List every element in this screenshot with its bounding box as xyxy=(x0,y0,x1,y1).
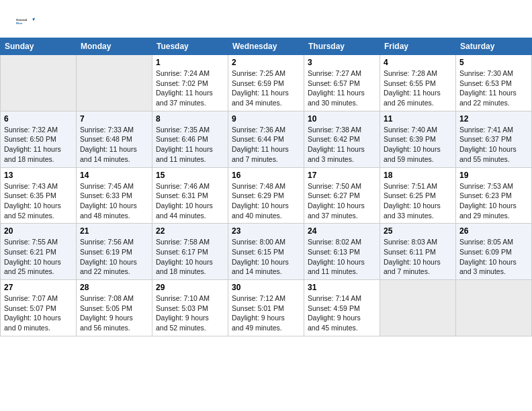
calendar-cell: 29Sunrise: 7:10 AMSunset: 5:03 PMDayligh… xyxy=(152,280,228,336)
day-number: 12 xyxy=(459,114,528,124)
weekday-header-thursday: Thursday xyxy=(304,38,380,55)
day-info: Sunrise: 8:00 AMSunset: 6:15 PMDaylight:… xyxy=(232,237,300,277)
weekday-header-tuesday: Tuesday xyxy=(152,38,228,55)
week-row-5: 27Sunrise: 7:07 AMSunset: 5:07 PMDayligh… xyxy=(1,280,532,336)
calendar-cell: 3Sunrise: 7:27 AMSunset: 6:57 PMDaylight… xyxy=(304,55,380,111)
calendar-cell: 18Sunrise: 7:51 AMSunset: 6:25 PMDayligh… xyxy=(380,167,456,224)
day-info: Sunrise: 8:05 AMSunset: 6:09 PMDaylight:… xyxy=(459,237,528,277)
weekday-header-sunday: Sunday xyxy=(1,38,77,55)
day-number: 7 xyxy=(80,114,148,124)
day-info: Sunrise: 7:07 AMSunset: 5:07 PMDaylight:… xyxy=(4,293,73,333)
page-header: General Blue xyxy=(0,0,532,38)
calendar-cell: 23Sunrise: 8:00 AMSunset: 6:15 PMDayligh… xyxy=(228,224,304,280)
day-info: Sunrise: 7:12 AMSunset: 5:01 PMDaylight:… xyxy=(232,293,300,333)
calendar-cell xyxy=(456,280,532,336)
weekday-header-wednesday: Wednesday xyxy=(228,38,304,55)
day-number: 23 xyxy=(232,226,300,236)
calendar-cell: 13Sunrise: 7:43 AMSunset: 6:35 PMDayligh… xyxy=(1,167,77,224)
day-number: 30 xyxy=(232,283,300,292)
calendar-cell: 27Sunrise: 7:07 AMSunset: 5:07 PMDayligh… xyxy=(1,280,77,336)
day-info: Sunrise: 7:56 AMSunset: 6:19 PMDaylight:… xyxy=(80,237,148,277)
day-number: 17 xyxy=(308,171,376,180)
calendar-cell xyxy=(380,280,456,336)
day-number: 24 xyxy=(308,226,376,236)
day-number: 2 xyxy=(232,58,300,67)
day-number: 18 xyxy=(384,171,452,180)
day-number: 9 xyxy=(232,114,300,124)
day-info: Sunrise: 7:41 AMSunset: 6:37 PMDaylight:… xyxy=(459,125,528,165)
calendar-cell: 12Sunrise: 7:41 AMSunset: 6:37 PMDayligh… xyxy=(456,111,532,167)
day-info: Sunrise: 7:14 AMSunset: 4:59 PMDaylight:… xyxy=(308,293,376,333)
calendar-cell: 8Sunrise: 7:35 AMSunset: 6:46 PMDaylight… xyxy=(152,111,228,167)
day-number: 8 xyxy=(156,114,224,124)
day-number: 16 xyxy=(232,171,300,180)
logo-icon: General Blue xyxy=(16,12,35,31)
day-number: 15 xyxy=(156,171,224,180)
day-number: 5 xyxy=(459,58,528,67)
day-number: 10 xyxy=(308,114,376,124)
day-info: Sunrise: 7:43 AMSunset: 6:35 PMDaylight:… xyxy=(4,181,73,221)
calendar-cell: 1Sunrise: 7:24 AMSunset: 7:02 PMDaylight… xyxy=(152,55,228,111)
day-info: Sunrise: 7:28 AMSunset: 6:55 PMDaylight:… xyxy=(384,68,452,108)
day-number: 19 xyxy=(459,171,528,180)
calendar-cell: 2Sunrise: 7:25 AMSunset: 6:59 PMDaylight… xyxy=(228,55,304,111)
day-info: Sunrise: 7:40 AMSunset: 6:39 PMDaylight:… xyxy=(384,125,452,165)
day-number: 1 xyxy=(156,58,224,67)
logo: General Blue xyxy=(16,12,35,31)
week-row-1: 1Sunrise: 7:24 AMSunset: 7:02 PMDaylight… xyxy=(1,55,532,111)
calendar-cell xyxy=(1,55,77,111)
calendar-cell: 31Sunrise: 7:14 AMSunset: 4:59 PMDayligh… xyxy=(304,280,380,336)
weekday-header-friday: Friday xyxy=(380,38,456,55)
day-number: 4 xyxy=(384,58,452,67)
calendar-cell: 30Sunrise: 7:12 AMSunset: 5:01 PMDayligh… xyxy=(228,280,304,336)
day-number: 28 xyxy=(80,283,148,292)
day-info: Sunrise: 8:03 AMSunset: 6:11 PMDaylight:… xyxy=(384,237,452,277)
calendar-cell: 11Sunrise: 7:40 AMSunset: 6:39 PMDayligh… xyxy=(380,111,456,167)
calendar-cell: 4Sunrise: 7:28 AMSunset: 6:55 PMDaylight… xyxy=(380,55,456,111)
calendar-cell: 25Sunrise: 8:03 AMSunset: 6:11 PMDayligh… xyxy=(380,224,456,280)
day-number: 6 xyxy=(4,114,73,124)
day-info: Sunrise: 7:08 AMSunset: 5:05 PMDaylight:… xyxy=(80,293,148,333)
day-number: 14 xyxy=(80,171,148,180)
calendar-cell: 19Sunrise: 7:53 AMSunset: 6:23 PMDayligh… xyxy=(456,167,532,224)
day-info: Sunrise: 7:53 AMSunset: 6:23 PMDaylight:… xyxy=(459,181,528,221)
day-info: Sunrise: 7:32 AMSunset: 6:50 PMDaylight:… xyxy=(4,125,73,165)
weekday-header-row: SundayMondayTuesdayWednesdayThursdayFrid… xyxy=(1,38,532,55)
day-number: 27 xyxy=(4,283,73,292)
day-number: 29 xyxy=(156,283,224,292)
svg-text:General: General xyxy=(16,18,27,21)
day-number: 13 xyxy=(4,171,73,180)
day-number: 20 xyxy=(4,226,73,236)
day-info: Sunrise: 7:38 AMSunset: 6:42 PMDaylight:… xyxy=(308,125,376,165)
day-number: 31 xyxy=(308,283,376,292)
day-info: Sunrise: 7:24 AMSunset: 7:02 PMDaylight:… xyxy=(156,68,224,108)
day-info: Sunrise: 7:46 AMSunset: 6:31 PMDaylight:… xyxy=(156,181,224,221)
day-info: Sunrise: 8:02 AMSunset: 6:13 PMDaylight:… xyxy=(308,237,376,277)
day-number: 25 xyxy=(384,226,452,236)
calendar-cell: 17Sunrise: 7:50 AMSunset: 6:27 PMDayligh… xyxy=(304,167,380,224)
day-info: Sunrise: 7:30 AMSunset: 6:53 PMDaylight:… xyxy=(459,68,528,108)
calendar-cell: 9Sunrise: 7:36 AMSunset: 6:44 PMDaylight… xyxy=(228,111,304,167)
day-number: 3 xyxy=(308,58,376,67)
calendar-cell: 21Sunrise: 7:56 AMSunset: 6:19 PMDayligh… xyxy=(77,224,152,280)
calendar-cell: 15Sunrise: 7:46 AMSunset: 6:31 PMDayligh… xyxy=(152,167,228,224)
day-number: 21 xyxy=(80,226,148,236)
calendar-cell: 28Sunrise: 7:08 AMSunset: 5:05 PMDayligh… xyxy=(77,280,152,336)
weekday-header-saturday: Saturday xyxy=(456,38,532,55)
calendar-cell: 22Sunrise: 7:58 AMSunset: 6:17 PMDayligh… xyxy=(152,224,228,280)
calendar-cell: 14Sunrise: 7:45 AMSunset: 6:33 PMDayligh… xyxy=(77,167,152,224)
week-row-4: 20Sunrise: 7:55 AMSunset: 6:21 PMDayligh… xyxy=(1,224,532,280)
calendar-cell: 7Sunrise: 7:33 AMSunset: 6:48 PMDaylight… xyxy=(77,111,152,167)
calendar-cell: 24Sunrise: 8:02 AMSunset: 6:13 PMDayligh… xyxy=(304,224,380,280)
day-info: Sunrise: 7:50 AMSunset: 6:27 PMDaylight:… xyxy=(308,181,376,221)
calendar-cell: 20Sunrise: 7:55 AMSunset: 6:21 PMDayligh… xyxy=(1,224,77,280)
calendar-cell: 16Sunrise: 7:48 AMSunset: 6:29 PMDayligh… xyxy=(228,167,304,224)
svg-text:Blue: Blue xyxy=(16,21,23,25)
day-info: Sunrise: 7:45 AMSunset: 6:33 PMDaylight:… xyxy=(80,181,148,221)
calendar-cell: 26Sunrise: 8:05 AMSunset: 6:09 PMDayligh… xyxy=(456,224,532,280)
day-info: Sunrise: 7:33 AMSunset: 6:48 PMDaylight:… xyxy=(80,125,148,165)
day-info: Sunrise: 7:55 AMSunset: 6:21 PMDaylight:… xyxy=(4,237,73,277)
calendar-cell: 10Sunrise: 7:38 AMSunset: 6:42 PMDayligh… xyxy=(304,111,380,167)
calendar-cell: 6Sunrise: 7:32 AMSunset: 6:50 PMDaylight… xyxy=(1,111,77,167)
calendar-cell: 5Sunrise: 7:30 AMSunset: 6:53 PMDaylight… xyxy=(456,55,532,111)
